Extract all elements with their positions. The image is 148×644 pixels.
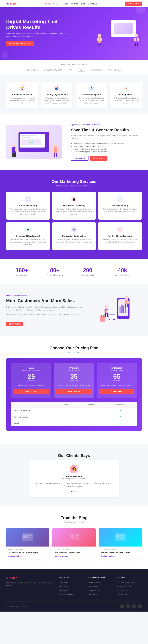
- table-header-feature: [11, 402, 56, 408]
- plan-cta-2[interactable]: START A TRIAL: [99, 389, 135, 394]
- feature-premium-1: —: [76, 414, 104, 420]
- client-logo-5: Ramolina: [108, 68, 121, 71]
- svg-rect-12: [135, 43, 136, 46]
- stat-label-1: Satisified Employees: [47, 274, 63, 276]
- svg-rect-17: [15, 148, 17, 152]
- customer-link-0[interactable]: Marketing Agency: [89, 582, 101, 583]
- svg-rect-42: [105, 314, 106, 317]
- svg-point-14: [12, 144, 15, 147]
- nav-item-portfolio[interactable]: Portfolio: [71, 2, 78, 5]
- feature-desc-2: Gravida ante sit, vulputate adipiscing o…: [78, 97, 105, 104]
- twitter-icon[interactable]: 𝕏: [120, 604, 124, 608]
- plan-sub-2: Marketing Solution: [99, 370, 135, 372]
- svg-rect-50: [23, 535, 28, 538]
- svg-rect-16: [10, 148, 12, 152]
- table-header-premium: PREMIUM: [76, 402, 104, 408]
- feature-title-2: Award-Winning Work: [78, 93, 105, 96]
- footer-contacts-title: Contacts: [118, 576, 142, 579]
- list-item: News & Blogs: [89, 585, 113, 588]
- nav-item-home[interactable]: Home: [45, 2, 50, 5]
- share-icon: 📱: [71, 196, 77, 202]
- customer-link-1[interactable]: News & Blogs: [89, 586, 98, 587]
- trophy-icon: 🏆: [19, 85, 25, 92]
- feature-premium-2: —: [76, 420, 104, 426]
- facebook-icon[interactable]: f: [126, 604, 130, 608]
- plan-cta-1[interactable]: START A TRIAL: [56, 389, 92, 394]
- pricing-card-0: Base Free trial for any business 25 per …: [11, 363, 51, 398]
- monitor-graphic: 📊: [18, 132, 49, 152]
- more-customers-cta-button[interactable]: GET A QUOTE: [6, 322, 23, 326]
- dot-2[interactable]: [73, 491, 75, 492]
- footer-customer-services-list: Marketing Agency News & Blogs Contact Su…: [89, 581, 113, 596]
- logo[interactable]: sllion: [6, 2, 17, 6]
- customer-link-2[interactable]: Contact Support: [89, 590, 100, 591]
- person-figure-right: [51, 144, 60, 159]
- list-item: Contact Support: [89, 589, 113, 592]
- feature-desc-1: Pellentesque adipiscing odio est, sollic…: [43, 97, 70, 104]
- nav-links: Home Services About Portfolio Blog Conta…: [45, 2, 97, 5]
- contact-item-3: Mon-Fri: 9am-6pm: [118, 594, 130, 595]
- learn-more-button[interactable]: LEARN MORE: [71, 156, 89, 161]
- feature-enterprise-1: ✓: [104, 414, 137, 420]
- feature-title-3: Earning Traffic: [113, 93, 139, 96]
- service-desc-4: Suspendisse potenti. Sed pretium, ligula…: [55, 238, 93, 243]
- service-card-0: 📄 Content Marketing Pellentesque augue n…: [6, 192, 50, 220]
- instagram-icon[interactable]: 📷: [132, 604, 136, 608]
- navigation: sllion Home Services About Portfolio Blo…: [0, 0, 148, 8]
- plan-sub-1: Marketing Solution: [56, 370, 92, 372]
- linkedin-icon[interactable]: in: [138, 604, 142, 608]
- blog-link-1[interactable]: Continue reading...: [55, 555, 69, 557]
- blog-section: From the Blog Great Style, Great Service…: [0, 506, 148, 569]
- dot-1[interactable]: [71, 491, 72, 492]
- footer-social-links: 𝕏 f 📷 in: [120, 604, 142, 608]
- blog-link-0[interactable]: Continue reading...: [8, 555, 22, 557]
- save-time-illustration: 📊: [6, 125, 62, 159]
- list-item: info@example.com: [118, 585, 142, 588]
- clients-logos-container: RAMIRES Pierre Henry YO LEI CLINTON Ramo…: [6, 68, 142, 72]
- plan-period-2: per month: [99, 380, 135, 382]
- svg-rect-6: [98, 43, 99, 46]
- svg-rect-51: [28, 535, 32, 536]
- nav-item-contact[interactable]: Contact Us: [88, 2, 97, 5]
- footer-customer-services: Customer Services Marketing Agency News …: [89, 576, 113, 597]
- feature-card-2: 🎖️ Award-Winning Work Gravida ante sit, …: [76, 82, 107, 108]
- useful-link-3[interactable]: Terms & Conditions: [59, 594, 73, 595]
- code-icon: 💻: [25, 226, 31, 233]
- client-logo-0: RAMIRES: [27, 68, 38, 71]
- svg-rect-15: [12, 147, 16, 153]
- footer-bottom: © 2024 Sllion. All rights reserved. 𝕏 f …: [6, 602, 142, 608]
- nav-item-blog[interactable]: Blog: [81, 2, 85, 5]
- useful-link-2[interactable]: Our Services: [59, 590, 68, 591]
- blog-link-2[interactable]: Continue reading...: [101, 555, 115, 557]
- plan-cta-0[interactable]: START A TRIAL: [13, 389, 49, 394]
- service-card-4: ⚙️ Conversion Optimization Suspendisse p…: [52, 222, 96, 250]
- testimonial-role: Marketing Director at Company: [34, 478, 114, 480]
- contact-item-1[interactable]: info@example.com: [118, 586, 131, 587]
- feature-title-1: Leading Digital Experts: [43, 93, 70, 96]
- stat-item-1: 80+ Satisified Employees: [47, 267, 63, 276]
- svg-rect-59: [120, 537, 123, 538]
- save-time-tag: Optimize Your Social Media Marketing: [71, 124, 142, 126]
- useful-link-1[interactable]: Our Projects: [59, 586, 68, 587]
- svg-point-38: [105, 305, 108, 309]
- contact-item-2[interactable]: +1 234 567 890: [118, 590, 128, 591]
- footer-contacts: Contacts 123 Street Name, City, USA info…: [118, 576, 142, 597]
- get-quote-button[interactable]: GET A QUOTE: [90, 156, 108, 161]
- list-item: Terms & Conditions: [59, 593, 84, 596]
- useful-link-0[interactable]: What We Do: [59, 582, 68, 583]
- footer-brand: sllion Nullam id enim felis diam tortor …: [6, 576, 55, 597]
- service-card-2: ✉️ Email Marketing Ut justo. Suspendisse…: [98, 192, 142, 220]
- nav-item-services[interactable]: Services: [53, 2, 60, 5]
- plan-price-1: 35: [56, 373, 92, 380]
- nav-cta-button[interactable]: GET STARTED: [125, 2, 142, 6]
- hero-cta-button[interactable]: GET MY FREE PROPOSAL: [6, 41, 34, 46]
- footer-description: Nullam id enim felis diam tortor viverra…: [6, 582, 55, 587]
- svg-rect-23: [57, 148, 59, 152]
- svg-point-53: [70, 534, 75, 539]
- nav-item-about[interactable]: About: [63, 2, 68, 5]
- more-customers-illustration: [93, 293, 142, 327]
- dot-3[interactable]: [76, 491, 77, 492]
- customer-link-3[interactable]: Documentation: [89, 594, 99, 595]
- footer-useful-links-list: What We Do Our Projects Our Services Ter…: [59, 581, 84, 596]
- service-desc-2: Ut justo. Suspendisse potenti. Sed preti…: [101, 208, 139, 213]
